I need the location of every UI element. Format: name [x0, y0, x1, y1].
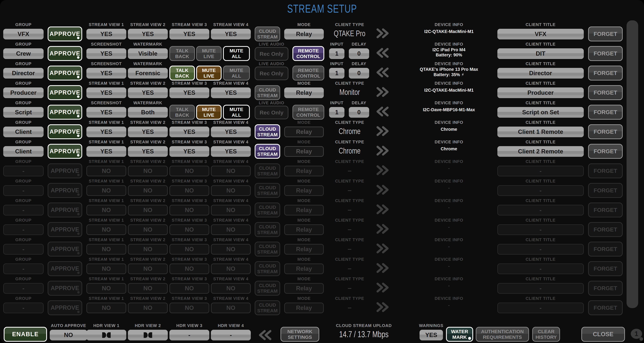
mute-live-button[interactable]: MUTELIVE	[196, 105, 222, 120]
stream-view-2-button[interactable]: NO	[128, 244, 168, 255]
stream-view-1-button[interactable]: NO	[86, 166, 126, 176]
mode-button[interactable]: Relay	[284, 205, 324, 215]
group-field[interactable]: VFX	[3, 29, 44, 40]
stream-view-2-button[interactable]: YES	[128, 146, 168, 157]
forget-button[interactable]: FORGET	[588, 203, 623, 217]
client-title-field[interactable]: -	[497, 166, 584, 176]
stream-view-3-button[interactable]: NO	[170, 263, 209, 274]
stream-view-4-button[interactable]: YES	[211, 29, 251, 40]
approve-button[interactable]: APPROVE	[48, 183, 82, 198]
warnings-button[interactable]: YES	[420, 330, 443, 340]
stream-view-1-button[interactable]: YES	[86, 29, 126, 40]
stream-view-2-button[interactable]: NO	[128, 283, 168, 294]
mode-button[interactable]: Relay	[284, 127, 324, 137]
approve-button[interactable]: APPROVE	[48, 281, 82, 296]
cloud-stream-button[interactable]: CLOUDSTREAM	[255, 261, 280, 276]
stream-view-2-button[interactable]: NO	[128, 205, 168, 215]
stream-view-4-button[interactable]: NO	[211, 185, 251, 196]
forget-button[interactable]: FORGET	[588, 144, 623, 159]
forget-button[interactable]: FORGET	[588, 242, 623, 256]
stream-view-3-button[interactable]: NO	[170, 185, 209, 196]
group-field[interactable]: -	[3, 263, 44, 274]
cloud-stream-button[interactable]: CLOUDSTREAM	[255, 163, 280, 178]
approve-button[interactable]: APPROVE	[48, 163, 82, 178]
authentication-requirements-button[interactable]: AUTHENTICATIONREQUIREMENTS	[476, 327, 529, 342]
forget-button[interactable]: FORGET	[588, 66, 623, 81]
stream-view-2-button[interactable]: NO	[128, 185, 168, 196]
stream-view-1-button[interactable]: YES	[86, 127, 126, 137]
screenshot-button[interactable]: YES	[86, 107, 126, 118]
hdr-view-4-button[interactable]: -	[211, 330, 251, 340]
client-title-field[interactable]: -	[497, 224, 584, 235]
delay-stepper[interactable]: 0	[349, 48, 369, 59]
stream-view-3-button[interactable]: YES	[170, 146, 209, 157]
stream-view-3-button[interactable]: NO	[170, 283, 209, 294]
group-field[interactable]: -	[3, 302, 44, 313]
cloud-stream-button[interactable]: CLOUDSTREAM	[255, 242, 280, 256]
forget-button[interactable]: FORGET	[588, 46, 623, 61]
client-title-field[interactable]: -	[497, 283, 584, 294]
clear-history-button[interactable]: CLEARHISTORY	[532, 327, 560, 342]
client-title-field[interactable]: -	[497, 302, 584, 313]
group-field[interactable]: -	[3, 224, 44, 235]
mode-button[interactable]: Relay	[284, 166, 324, 176]
client-title-field[interactable]: Client 2 Remote	[497, 146, 584, 157]
group-field[interactable]: Script	[3, 107, 44, 118]
stream-view-1-button[interactable]: NO	[86, 185, 126, 196]
stream-view-4-button[interactable]: NO	[211, 205, 251, 215]
forget-button[interactable]: FORGET	[588, 300, 623, 315]
talk-back-button[interactable]: TALKBACK	[170, 46, 195, 61]
forget-button[interactable]: FORGET	[588, 124, 623, 139]
watermark-mode-button[interactable]: Visible	[128, 48, 168, 59]
watermark-mode-button[interactable]: Forensic	[128, 68, 168, 79]
stream-view-2-button[interactable]: NO	[128, 224, 168, 235]
input-stepper[interactable]: 1	[329, 68, 344, 79]
stream-view-3-button[interactable]: YES	[170, 127, 209, 137]
client-title-field[interactable]: -	[497, 244, 584, 255]
forget-button[interactable]: FORGET	[588, 261, 623, 276]
network-settings-button[interactable]: NETWORKSETTINGS	[280, 327, 319, 342]
input-stepper[interactable]: 1	[329, 48, 344, 59]
approve-button[interactable]: APPROVE	[48, 124, 82, 139]
client-title-field[interactable]: Client 1 Remote	[497, 127, 584, 137]
group-field[interactable]: Producer	[3, 88, 44, 98]
stream-view-1-button[interactable]: NO	[86, 302, 126, 313]
stream-view-2-button[interactable]: YES	[128, 127, 168, 137]
stream-view-1-button[interactable]: NO	[86, 205, 126, 215]
client-title-field[interactable]: -	[497, 205, 584, 215]
remote-control-button[interactable]: REMOTECONTROL	[292, 66, 324, 81]
talk-back-button[interactable]: TALKBACK	[170, 105, 195, 120]
mode-button[interactable]: Relay	[284, 263, 324, 274]
client-title-field[interactable]: Script on Set	[497, 107, 584, 118]
stream-view-4-button[interactable]: YES	[211, 146, 251, 157]
enable-button[interactable]: ENABLE	[4, 327, 47, 342]
cloud-stream-button[interactable]: CLOUDSTREAM	[255, 222, 280, 237]
mute-live-button[interactable]: MUTELIVE	[196, 66, 222, 81]
stream-view-1-button[interactable]: YES	[86, 88, 126, 98]
stream-view-3-button[interactable]: NO	[170, 244, 209, 255]
approve-button[interactable]: APPROVE	[48, 300, 82, 315]
stream-view-3-button[interactable]: YES	[170, 29, 209, 40]
approve-button[interactable]: APPROVE	[48, 203, 82, 217]
delay-stepper[interactable]: 0	[349, 107, 369, 118]
mode-button[interactable]: Relay	[284, 302, 324, 313]
stream-view-4-button[interactable]: NO	[211, 244, 251, 255]
auto-approve-button[interactable]: NO	[50, 330, 87, 340]
watermark-button[interactable]: WATERMARK	[446, 327, 473, 342]
stream-view-3-button[interactable]: NO	[170, 205, 209, 215]
live-audio-button[interactable]: Rec Only	[255, 106, 288, 119]
group-field[interactable]: Client	[3, 146, 44, 157]
stream-view-3-button[interactable]: NO	[170, 166, 209, 176]
forget-button[interactable]: FORGET	[588, 27, 623, 41]
stream-view-1-button[interactable]: YES	[86, 146, 126, 157]
approve-button[interactable]: APPROVE	[48, 105, 82, 120]
group-field[interactable]: -	[3, 166, 44, 176]
mute-live-button[interactable]: MUTELIVE	[196, 46, 222, 61]
forget-button[interactable]: FORGET	[588, 183, 623, 198]
screenshot-button[interactable]: YES	[86, 48, 126, 59]
cloud-stream-button[interactable]: CLOUDSTREAM	[255, 27, 280, 41]
delay-stepper[interactable]: 0	[349, 68, 369, 79]
stream-view-1-button[interactable]: NO	[86, 224, 126, 235]
approve-button[interactable]: APPROVE	[48, 261, 82, 276]
forget-button[interactable]: FORGET	[588, 85, 623, 100]
